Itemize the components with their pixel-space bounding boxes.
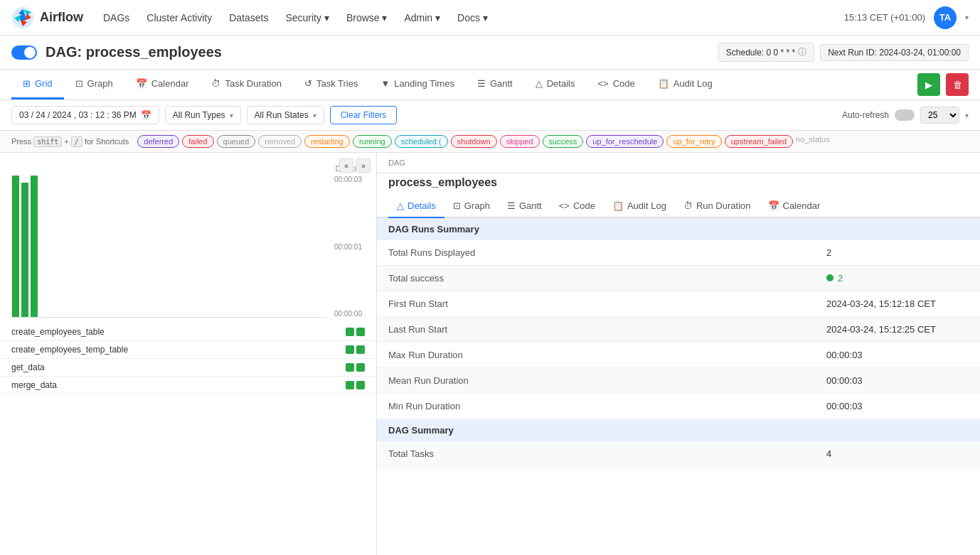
state-badge-no-status[interactable]: no_status [796,135,830,148]
sub-tab-run-duration[interactable]: ⏱Run Duration [675,195,760,218]
task-dot[interactable] [346,345,354,354]
state-badge-shutdown[interactable]: shutdown [451,135,497,148]
shortcut-hint: Press shift + / for Shortcuts [11,137,129,146]
main-content: « » Duration 00:00:03 00:00:01 00:00:00 [0,153,980,555]
right-panel-dag-name: process_employees [377,173,980,195]
summary-key: First Run Start [388,298,826,309]
nav-item-cluster-activity[interactable]: Cluster Activity [138,8,220,28]
tab-calendar[interactable]: 📅Calendar [124,70,201,99]
task-dot[interactable] [356,345,365,354]
run-states-filter[interactable]: All Run States ▾ [247,106,324,124]
sub-tab-details[interactable]: △Details [388,195,444,218]
task-row[interactable]: create_employees_table [0,323,376,341]
summary-row: Min Run Duration00:00:03 [377,394,980,419]
expand-left-button[interactable]: » [356,158,371,173]
task-dot[interactable] [346,363,354,372]
summary-row: Total success2 [377,266,980,291]
state-badge-running[interactable]: running [353,135,392,148]
collapse-left-button[interactable]: « [339,158,353,173]
nav-item-admin[interactable]: Admin ▾ [395,8,449,28]
summary-value: 2024-03-24, 15:12:18 CET [826,298,969,309]
sub-tab-graph[interactable]: ⊡Graph [444,195,499,218]
y-axis: 00:00:03 00:00:01 00:00:00 [331,176,365,318]
graph-icon: ⊡ [75,78,83,89]
task-dot[interactable] [356,363,365,372]
schedule-badge: Schedule: 0 0 * * * ⓘ [718,43,814,62]
tab-gantt[interactable]: ☰Gantt [466,70,524,99]
total-success-link[interactable]: 2 [838,273,843,284]
task-row[interactable]: merge_data [0,377,376,394]
nav-item-dags[interactable]: DAGs [95,8,138,28]
date-filter[interactable]: 03 / 24 / 2024 , 03 : 12 : 36 PM 📅 [11,106,159,124]
delete-dag-button[interactable]: 🗑 [946,73,969,96]
task-row[interactable]: create_employees_temp_table [0,341,376,359]
shift-key: shift [33,136,62,147]
clear-filters-button[interactable]: Clear Filters [330,106,398,124]
run-types-label: All Run Types [173,110,225,120]
run-states-label: All Run States [255,110,309,120]
state-badge-upstream-failed[interactable]: upstream_failed [725,135,793,148]
tab-code[interactable]: <>Code [586,70,646,99]
dag-name: process_employees [86,44,222,60]
sub-tab-calendar[interactable]: 📅Calendar [760,195,829,218]
nav-item-datasets[interactable]: Datasets [220,8,277,28]
sub-tab-label: Run Duration [696,200,751,211]
user-avatar[interactable]: TA [934,6,957,29]
logo[interactable]: Airflow [11,6,83,29]
state-badge-up-for-reschedule[interactable]: up_for_reschedule [586,135,664,148]
sub-tab-label: Audit Log [627,200,666,211]
right-panel-dag-label: DAG [377,153,980,173]
tab-label: Graph [87,78,113,89]
task-dot[interactable] [356,381,365,389]
autorefresh-toggle[interactable] [895,109,915,121]
nav-item-docs[interactable]: Docs ▾ [449,8,496,28]
task-dot[interactable] [356,328,365,336]
state-badge-failed[interactable]: failed [182,135,213,148]
state-badge-skipped[interactable]: skipped [500,135,540,148]
tab-graph[interactable]: ⊡Graph [64,70,124,99]
summary-key: Min Run Duration [388,401,826,411]
tab-details[interactable]: △Details [524,70,587,99]
avatar-chevron-icon[interactable]: ▾ [965,14,969,21]
summary-value: 00:00:03 [826,401,969,411]
tab-task-tries[interactable]: ↺Task Tries [293,70,370,99]
task-dot[interactable] [346,381,354,389]
state-badge-deferred[interactable]: deferred [137,135,179,148]
tab-task-duration[interactable]: ⏱Task Duration [200,70,292,99]
state-badge-scheduled--[interactable]: scheduled ( [395,135,448,148]
state-badge-restarting[interactable]: restarting [304,135,350,148]
sub-tab-audit-log[interactable]: 📋Audit Log [604,195,675,218]
summary-row: Total Runs Displayed2 [377,240,980,266]
nav-item-security[interactable]: Security ▾ [277,8,337,28]
summary-key: Max Run Duration [388,350,826,360]
task-name: get_data [11,362,346,372]
state-badge-queued[interactable]: queued [217,135,256,148]
schedule-info-icon[interactable]: ⓘ [798,46,806,58]
state-badge-removed[interactable]: removed [258,135,302,148]
state-badge-success[interactable]: success [543,135,584,148]
run-types-filter[interactable]: All Run Types ▾ [165,106,241,124]
page-size-select[interactable]: 25 50 100 [920,107,959,124]
nav-item-browse[interactable]: Browse ▾ [338,8,396,28]
state-badge-up-for-retry[interactable]: up_for_retry [666,135,721,148]
main-tabs: ⊞Grid⊡Graph📅Calendar⏱Task Duration↺Task … [0,70,980,100]
tab-audit-log[interactable]: 📋Audit Log [646,70,724,99]
tab-landing-times[interactable]: ▼Landing Times [369,70,465,99]
gantt-icon: ☰ [477,78,486,89]
duration-label: Duration [11,164,365,173]
task-row[interactable]: get_data [0,359,376,377]
tab-label: Code [613,78,635,89]
tab-grid[interactable]: ⊞Grid [11,70,64,99]
summary-rows: Total Runs Displayed2Total success2First… [377,240,980,419]
sub-tab-label: Calendar [783,200,821,211]
bar-2 [21,183,28,317]
header-right: Schedule: 0 0 * * * ⓘ Next Run ID: 2024-… [718,43,969,62]
trigger-dag-button[interactable]: ▶ [917,73,940,96]
dag-toggle[interactable] [11,45,37,60]
gantt-sub-icon: ☰ [507,200,516,211]
dag-label: DAG: [46,44,82,60]
sub-tab-code[interactable]: <>Code [550,195,604,218]
summary-value[interactable]: 2 [826,273,969,284]
sub-tab-gantt[interactable]: ☰Gantt [499,195,550,218]
task-dot[interactable] [346,328,354,336]
